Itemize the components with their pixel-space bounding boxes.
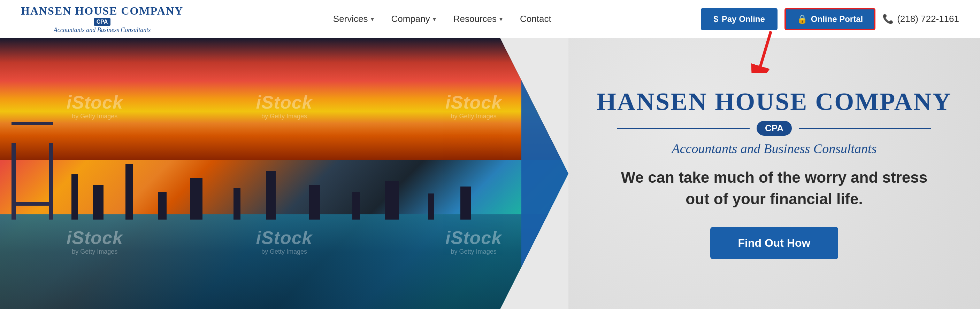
header: Hansen House Company CPA Accountants and…: [0, 0, 980, 38]
building-2: [93, 185, 103, 220]
city-buildings: [29, 150, 568, 220]
bridge-tower-left: [11, 143, 16, 220]
services-chevron-icon: ▾: [371, 15, 374, 23]
find-out-how-button[interactable]: Find Out How: [710, 227, 838, 259]
bridge-roadway: [11, 202, 53, 206]
header-actions: $ Pay Online 🔒 Online Portal 📞 (218) 722…: [701, 8, 959, 30]
pay-online-label: Pay Online: [722, 14, 765, 24]
hero-section: iStock by Getty Images iStock by Getty I…: [0, 38, 980, 309]
hero-tagline-line2: out of your financial life.: [686, 190, 862, 208]
svg-marker-2: [521, 38, 568, 309]
hero-company-name: Hansen House Company: [597, 88, 952, 116]
phone-icon: 📞: [882, 14, 894, 24]
hero-chevron-shape: [521, 38, 568, 309]
building-8: [309, 185, 320, 220]
building-6: [234, 188, 240, 220]
main-nav: Services ▾ Company ▾ Resources ▾ Contact: [333, 14, 551, 24]
building-9: [352, 192, 360, 220]
arrow-annotation: [750, 28, 785, 74]
nav-services-label: Services: [333, 14, 368, 24]
logo-area: Hansen House Company CPA Accountants and…: [21, 5, 183, 34]
red-arrow-icon: [750, 28, 785, 73]
building-12: [460, 187, 471, 220]
building-1: [72, 174, 78, 220]
hero-content: Hansen House Company CPA Accountants and…: [568, 38, 980, 309]
dollar-icon: $: [713, 14, 718, 24]
logo-cpa-badge: CPA: [94, 18, 111, 26]
building-4: [158, 192, 167, 220]
hero-cpa-badge-row: CPA: [617, 121, 931, 136]
nav-item-contact[interactable]: Contact: [520, 14, 551, 24]
nav-company-label: Company: [391, 14, 430, 24]
phone-number: (218) 722-1161: [897, 14, 959, 24]
company-chevron-icon: ▾: [433, 15, 436, 23]
building-5: [190, 178, 202, 220]
hero-cpa-oval: CPA: [757, 121, 792, 136]
lift-bridge: [11, 122, 53, 220]
nav-contact-label: Contact: [520, 14, 551, 24]
water-layer: [0, 214, 568, 309]
svg-line-1: [760, 31, 771, 66]
sky-layer: [0, 38, 568, 160]
hero-tagline-line1: We can take much of the worry and stress: [621, 169, 928, 186]
online-portal-button[interactable]: 🔒 Online Portal: [784, 8, 875, 30]
building-7: [266, 171, 276, 220]
hero-background: iStock by Getty Images iStock by Getty I…: [0, 38, 568, 309]
bridge-tower-right: [49, 143, 53, 220]
nav-item-services[interactable]: Services ▾: [333, 14, 374, 24]
online-portal-label: Online Portal: [811, 14, 863, 24]
nav-resources-label: Resources: [453, 14, 496, 24]
lock-icon: 🔒: [797, 14, 808, 24]
hero-tagline: We can take much of the worry and stress…: [621, 167, 928, 209]
pay-online-button[interactable]: $ Pay Online: [701, 8, 777, 30]
hero-image-panel: iStock by Getty Images iStock by Getty I…: [0, 38, 568, 309]
logo-subtitle: Accountants and Business Consultants: [54, 27, 151, 34]
building-10: [385, 181, 399, 220]
logo-company-name: Hansen House Company: [21, 5, 183, 17]
building-11: [428, 193, 434, 220]
nav-item-resources[interactable]: Resources ▾: [453, 14, 503, 24]
bridge-top-beam: [11, 122, 53, 125]
phone-area: 📞 (218) 722-1161: [882, 14, 959, 24]
nav-item-company[interactable]: Company ▾: [391, 14, 436, 24]
resources-chevron-icon: ▾: [500, 15, 503, 23]
hero-subtitle: Accountants and Business Consultants: [672, 141, 877, 156]
building-3: [126, 164, 133, 220]
